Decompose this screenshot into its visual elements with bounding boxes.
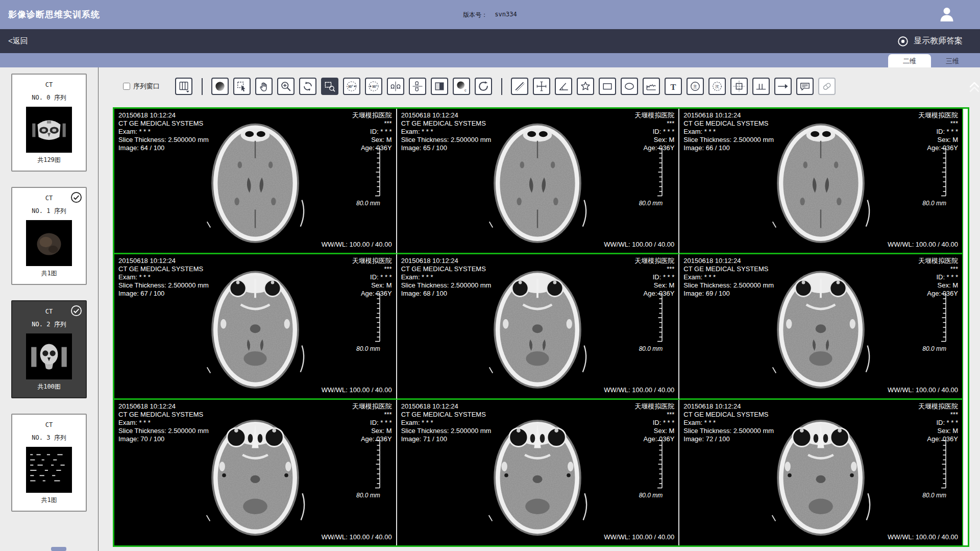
comment-icon <box>798 80 812 93</box>
series-card-2[interactable]: CT NO. 2 序列 共100图 <box>11 300 87 398</box>
overlay-top-right: 天堰模拟医院 *** ID: * * * Sex: M Age: 036Y <box>352 402 392 443</box>
window-preset-button[interactable]: c <box>453 78 470 95</box>
user-avatar-icon[interactable] <box>938 6 955 23</box>
ct-image <box>767 402 874 543</box>
grid-scrollbar[interactable] <box>962 109 968 545</box>
reset-button[interactable] <box>475 78 492 95</box>
ct-image <box>202 402 309 543</box>
rectangle-icon <box>601 80 614 93</box>
overlay-slice-thickness: Slice Thickness: 2.500000 mm <box>683 427 774 435</box>
overlay-patient-id: ID: * * * <box>918 419 958 427</box>
checkmark-icon <box>70 191 82 203</box>
ct-image <box>484 402 592 543</box>
comment-button[interactable] <box>796 78 814 95</box>
series-window-checkbox[interactable] <box>123 83 130 90</box>
baseline-button[interactable] <box>752 78 770 95</box>
overlay-device: CT GE MEDICAL SYSTEMS <box>118 119 209 128</box>
localize-button[interactable] <box>730 78 748 95</box>
ruler-ticks-icon <box>374 148 381 197</box>
overlay-exam: Exam: * * * <box>683 419 774 427</box>
secondary-mark-button[interactable]: 次 <box>708 78 726 95</box>
sidebar-scrollbar-thumb[interactable] <box>51 547 66 551</box>
angle-icon <box>557 80 570 93</box>
invert-button[interactable] <box>431 78 448 95</box>
text-button[interactable]: T <box>665 78 682 95</box>
viewport-cell[interactable]: 20150618 10:12:24 CT GE MEDICAL SYSTEMS … <box>397 254 680 400</box>
region-zoom-icon <box>323 80 336 93</box>
overlay-stars: *** <box>634 411 674 419</box>
layout-button[interactable] <box>175 78 192 95</box>
overlay-image-number: Image: 64 / 100 <box>118 144 209 152</box>
eraser-button[interactable] <box>818 78 836 95</box>
viewport-cell[interactable]: 20150618 10:12:24 CT GE MEDICAL SYSTEMS … <box>679 254 962 400</box>
rotate-right-90-icon: 90° <box>367 80 380 93</box>
overlay-sex: Sex: M <box>352 427 392 435</box>
viewport-cell[interactable]: 20150618 10:12:24 CT GE MEDICAL SYSTEMS … <box>397 109 680 254</box>
secondary-mark-icon: 次 <box>710 80 724 93</box>
main-mark-button[interactable]: 主 <box>687 78 704 95</box>
curve-button[interactable] <box>643 78 660 95</box>
crosshair-button[interactable] <box>533 78 550 95</box>
viewport-cell[interactable]: 20150618 10:12:24 CT GE MEDICAL SYSTEMS … <box>114 400 397 545</box>
overlay-top-right: 天堰模拟医院 *** ID: * * * Sex: M Age: 036Y <box>918 402 958 443</box>
overlay-hospital: 天堰模拟医院 <box>352 402 392 411</box>
viewport-cell[interactable]: 20150618 10:12:24 CT GE MEDICAL SYSTEMS … <box>114 254 397 400</box>
select-button[interactable] <box>233 78 251 95</box>
overlay-top-right: 天堰模拟医院 *** ID: * * * Sex: M Age: 036Y <box>634 257 674 298</box>
rectangle-button[interactable] <box>599 78 616 95</box>
window-level-icon <box>213 80 227 93</box>
overlay-datetime: 20150618 10:12:24 <box>401 257 492 265</box>
svg-text:T: T <box>671 82 676 92</box>
viewport-cell[interactable]: 20150618 10:12:24 CT GE MEDICAL SYSTEMS … <box>397 400 680 545</box>
show-teacher-answer-button[interactable]: 显示教师答案 <box>897 35 963 47</box>
flip-horizontal-button[interactable] <box>387 78 404 95</box>
series-card-0[interactable]: CT NO. 0 序列 共129图 <box>11 74 87 172</box>
tab-2d[interactable]: 二维 <box>888 54 931 67</box>
overlay-exam: Exam: * * * <box>118 419 209 427</box>
viewport-cell[interactable]: 20150618 10:12:24 CT GE MEDICAL SYSTEMS … <box>679 400 962 545</box>
window-preset-icon: c <box>455 80 468 93</box>
viewport-cell[interactable]: 20150618 10:12:24 CT GE MEDICAL SYSTEMS … <box>679 109 962 254</box>
flip-vertical-button[interactable] <box>409 78 426 95</box>
ruler-ticks-icon <box>940 148 947 197</box>
rotate-right-90-button[interactable]: 90° <box>365 78 382 95</box>
scale-ruler: 80.0 mm <box>639 293 664 352</box>
ruler-label: 80.0 mm <box>639 200 663 207</box>
ruler-ticks-icon <box>656 293 663 342</box>
pan-button[interactable] <box>255 78 273 95</box>
angle-button[interactable] <box>555 78 572 95</box>
series-card-3[interactable]: CT NO. 3 序列 共1图 <box>11 414 87 512</box>
zoom-in-button[interactable] <box>277 78 295 95</box>
overlay-hospital: 天堰模拟医院 <box>352 257 392 265</box>
back-button[interactable]: <返回 <box>8 36 28 46</box>
overlay-top-right: 天堰模拟医院 *** ID: * * * Sex: M Age: 036Y <box>918 111 958 152</box>
overlay-top-left: 20150618 10:12:24 CT GE MEDICAL SYSTEMS … <box>401 257 492 298</box>
measure-line-button[interactable] <box>511 78 528 95</box>
overlay-patient-id: ID: * * * <box>352 128 392 136</box>
star-icon <box>579 80 592 93</box>
ruler-label: 80.0 mm <box>356 200 380 207</box>
overlay-sex: Sex: M <box>634 136 674 144</box>
rotate-button[interactable] <box>299 78 316 95</box>
overlay-datetime: 20150618 10:12:24 <box>683 257 774 265</box>
tab-3d[interactable]: 三维 <box>931 54 974 67</box>
select-icon <box>235 80 249 93</box>
overlay-datetime: 20150618 10:12:24 <box>118 402 209 411</box>
rotate-left-90-button[interactable]: 90° <box>343 78 360 95</box>
version-value: svn334 <box>495 10 517 19</box>
star-button[interactable] <box>577 78 594 95</box>
content-area: CT NO. 0 序列 共129图 <box>0 67 980 551</box>
arrow-button[interactable] <box>774 78 792 95</box>
overlay-top-right: 天堰模拟医院 *** ID: * * * Sex: M Age: 036Y <box>352 257 392 298</box>
region-zoom-button[interactable] <box>321 78 338 95</box>
nav-bar: <返回 显示教师答案 <box>0 29 980 53</box>
overlay-device: CT GE MEDICAL SYSTEMS <box>683 119 774 128</box>
ellipse-button[interactable] <box>621 78 638 95</box>
scale-ruler: 80.0 mm <box>922 293 947 352</box>
window-level-button[interactable] <box>211 78 229 95</box>
viewport-cell[interactable]: 20150618 10:12:24 CT GE MEDICAL SYSTEMS … <box>114 109 397 254</box>
series-card-1[interactable]: CT NO. 1 序列 共1图 <box>11 187 87 285</box>
overlay-slice-thickness: Slice Thickness: 2.500000 mm <box>118 281 209 290</box>
collapse-up-icon[interactable] <box>969 80 980 94</box>
overlay-hospital: 天堰模拟医院 <box>918 402 958 411</box>
